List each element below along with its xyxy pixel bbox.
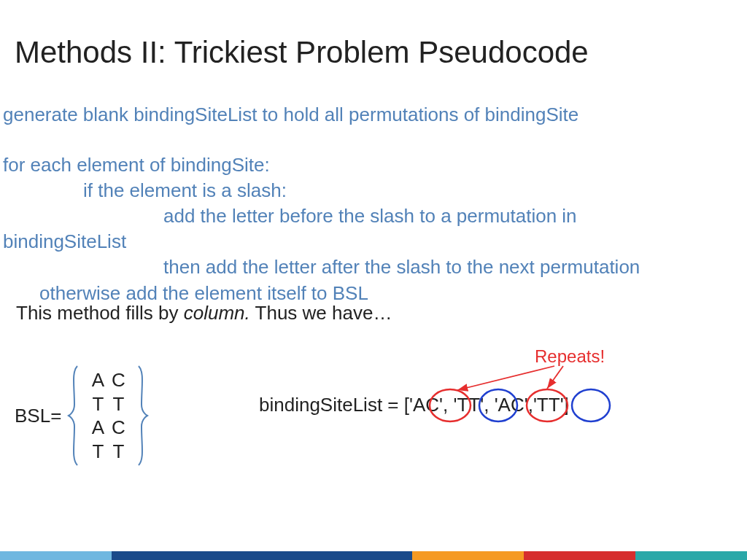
list-item: 'TT' [533,394,564,416]
cell: A [88,416,108,440]
arrow-2 [547,366,563,389]
cell: A [88,368,108,392]
sep: , [484,394,494,416]
note-pre: This method fills by [16,302,184,324]
list-item: 'TT' [453,394,484,416]
cell: T [88,392,108,416]
bsl-label: BSL= [15,405,61,427]
left-brace-icon [67,365,80,467]
cell: C [108,368,128,392]
repeats-label: Repeats! [535,346,605,367]
list-item: 'AC' [409,394,443,416]
pseudo-line: for each element of bindingSite: [3,152,740,178]
binding-site-list: bindingSiteList = ['AC', 'TT', 'AC','TT'… [259,394,569,416]
matrix-table: AC TT AC TT [80,368,136,463]
pseudo-line: add the letter before the slash to a per… [3,203,740,229]
note-text: This method fills by column. Thus we hav… [16,302,392,324]
sep: , [443,394,453,416]
pseudocode-block: generate blank bindingSiteList to hold a… [3,102,740,306]
cell: T [108,440,128,464]
right-brace-icon [136,365,149,467]
cell: T [108,392,128,416]
slide-title: Methods II: Trickiest Problem Pseudocode [15,35,589,70]
note-post: Thus we have… [250,302,392,324]
list-prefix: bindingSiteList = [ [259,394,409,416]
bsl-matrix: BSL= AC TT AC TT [15,365,149,467]
cell: T [88,440,108,464]
pseudo-line: bindingSiteList [3,229,740,254]
slide: Methods II: Trickiest Problem Pseudocode… [0,0,747,560]
sep: , [528,394,533,416]
list-item: 'AC' [495,394,528,416]
cell: C [108,416,128,440]
circle-blue-2 [572,389,610,421]
arrow-1 [457,366,554,390]
note-em: column. [184,302,250,324]
list-suffix: ] [564,394,569,416]
pseudo-line: then add the letter after the slash to t… [3,254,740,280]
pseudo-line: generate blank bindingSiteList to hold a… [3,102,740,128]
footer-stripe [0,551,747,560]
pseudo-line: if the element is a slash: [3,178,740,203]
